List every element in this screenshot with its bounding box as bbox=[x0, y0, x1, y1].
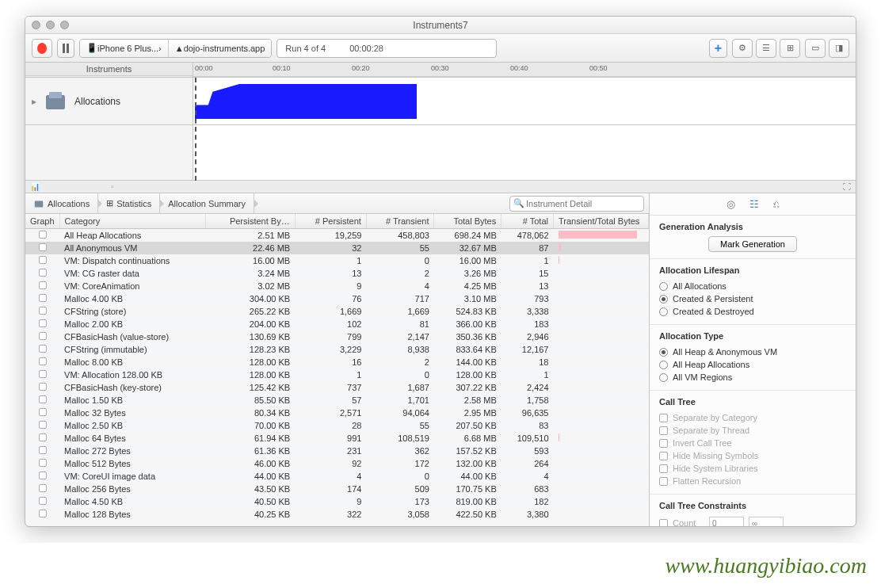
cell-num-persistent: 2,571 bbox=[295, 407, 366, 419]
row-checkbox[interactable] bbox=[39, 446, 47, 454]
timeline-ruler[interactable]: 00:00 00:10 00:20 00:30 00:40 00:50 bbox=[193, 63, 856, 77]
table-row[interactable]: Malloc 256 Bytes 43.50 KB 174 509 170.75… bbox=[25, 483, 649, 495]
row-checkbox[interactable] bbox=[39, 370, 47, 378]
table-row[interactable]: Malloc 512 Bytes 46.00 KB 92 172 132.00 … bbox=[25, 457, 649, 470]
mark-generation-button[interactable]: Mark Generation bbox=[708, 236, 797, 252]
row-checkbox[interactable] bbox=[39, 243, 47, 251]
table-row[interactable]: Malloc 64 Bytes 61.94 KB 991 108,519 6.6… bbox=[25, 432, 649, 445]
row-checkbox[interactable] bbox=[39, 319, 47, 327]
add-instrument-button[interactable]: + bbox=[709, 39, 727, 58]
row-checkbox[interactable] bbox=[39, 433, 47, 441]
radio-option[interactable]: All Heap & Anonymous VM bbox=[659, 346, 846, 358]
row-checkbox[interactable] bbox=[39, 421, 47, 429]
table-row[interactable]: Malloc 32 Bytes 80.34 KB 2,571 94,064 2.… bbox=[25, 407, 649, 419]
table-row[interactable]: Malloc 2.50 KB 70.00 KB 28 55 207.50 KB … bbox=[25, 419, 649, 432]
record-button[interactable] bbox=[32, 39, 52, 58]
panel-right-button[interactable]: ◨ bbox=[829, 39, 849, 58]
allocation-table[interactable]: Graph Category Persistent By… # Persiste… bbox=[25, 214, 649, 526]
constraint-min[interactable] bbox=[709, 517, 744, 526]
row-checkbox[interactable] bbox=[39, 332, 47, 340]
row-checkbox[interactable] bbox=[39, 408, 47, 416]
search-field[interactable]: 🔍 bbox=[509, 196, 644, 212]
row-checkbox[interactable] bbox=[39, 395, 47, 403]
inspector-tab-3[interactable]: ⎌ bbox=[773, 198, 780, 210]
col-num-transient[interactable]: # Transient bbox=[366, 214, 434, 229]
table-row[interactable]: VM: CoreAnimation 3.02 MB 9 4 4.25 MB 13 bbox=[25, 280, 649, 292]
target-selector[interactable]: 📱 iPhone 6 Plus... › ▲ dojo-instruments.… bbox=[79, 39, 272, 58]
row-checkbox[interactable] bbox=[39, 472, 47, 479]
radio-option[interactable]: Created & Destroyed bbox=[659, 305, 846, 318]
row-checkbox[interactable] bbox=[39, 357, 47, 365]
search-input[interactable] bbox=[509, 196, 644, 212]
col-category[interactable]: Category bbox=[59, 214, 205, 229]
table-row[interactable]: All Heap Allocations 2.51 MB 19,259 458,… bbox=[25, 229, 649, 242]
pin-icon[interactable]: ▫ bbox=[111, 182, 114, 191]
disclosure-icon[interactable]: ▸ bbox=[32, 96, 36, 107]
view-grid-button[interactable]: ⊞ bbox=[780, 39, 800, 58]
crumb-view[interactable]: ⊞ Statistics bbox=[98, 193, 160, 213]
row-checkbox[interactable] bbox=[39, 459, 47, 467]
table-row[interactable]: Malloc 8.00 KB 128.00 KB 16 2 144.00 KB … bbox=[25, 356, 649, 368]
row-checkbox[interactable] bbox=[39, 281, 47, 289]
track-label[interactable]: ▸ Allocations bbox=[25, 78, 193, 124]
checkbox-option: Separate by Category bbox=[659, 411, 846, 424]
row-checkbox[interactable] bbox=[39, 510, 47, 517]
col-bar[interactable]: Transient/Total Bytes bbox=[554, 214, 649, 229]
table-row[interactable]: CFString (immutable) 128.23 KB 3,229 8,9… bbox=[25, 343, 649, 356]
col-num-total[interactable]: # Total bbox=[502, 214, 554, 229]
col-num-persistent[interactable]: # Persistent bbox=[295, 214, 366, 229]
table-row[interactable]: All Anonymous VM 22.46 MB 32 55 32.67 MB… bbox=[25, 242, 649, 254]
graph-mode-icon[interactable]: 📊 bbox=[30, 182, 40, 191]
radio-label: All VM Regions bbox=[673, 372, 732, 382]
table-row[interactable]: Malloc 4.50 KB 40.50 KB 9 173 819.00 KB … bbox=[25, 495, 649, 508]
zoom-icon[interactable] bbox=[60, 21, 69, 29]
radio-option[interactable]: All Allocations bbox=[659, 280, 846, 292]
inspector-tab-2[interactable]: ☷ bbox=[749, 198, 759, 210]
view-list-button[interactable]: ☰ bbox=[756, 39, 776, 58]
expand-icon[interactable]: ⛶ bbox=[843, 182, 851, 191]
table-row[interactable]: VM: Allocation 128.00 KB 128.00 KB 1 0 1… bbox=[25, 368, 649, 381]
table-row[interactable]: VM: CoreUI image data 44.00 KB 4 0 44.00… bbox=[25, 470, 649, 483]
row-checkbox[interactable] bbox=[39, 294, 47, 302]
table-row[interactable]: CFBasicHash (value-store) 130.69 KB 799 … bbox=[25, 330, 649, 343]
inspector-tab-1[interactable]: ◎ bbox=[727, 198, 735, 210]
row-checkbox[interactable] bbox=[39, 269, 47, 277]
row-checkbox[interactable] bbox=[39, 484, 47, 492]
close-icon[interactable] bbox=[32, 21, 40, 29]
table-row[interactable]: Malloc 2.00 KB 204.00 KB 102 81 366.00 K… bbox=[25, 318, 649, 330]
table-row[interactable]: Malloc 272 Bytes 61.36 KB 231 362 157.52… bbox=[25, 445, 649, 457]
cell-num-persistent: 57 bbox=[295, 394, 366, 407]
table-row[interactable]: CFBasicHash (key-store) 125.42 KB 737 1,… bbox=[25, 381, 649, 394]
row-checkbox[interactable] bbox=[39, 231, 47, 239]
col-total-bytes[interactable]: Total Bytes bbox=[434, 214, 502, 229]
panel-left-button[interactable]: ▭ bbox=[805, 39, 826, 58]
col-graph[interactable]: Graph bbox=[25, 214, 59, 229]
row-checkbox[interactable] bbox=[39, 345, 47, 353]
playhead[interactable] bbox=[195, 78, 196, 181]
row-checkbox[interactable] bbox=[39, 497, 47, 505]
pause-button[interactable] bbox=[57, 39, 74, 58]
app-segment[interactable]: ▲ dojo-instruments.app bbox=[169, 40, 272, 57]
radio-option[interactable]: All VM Regions bbox=[659, 371, 846, 384]
table-row[interactable]: VM: Dispatch continuations 16.00 MB 1 0 … bbox=[25, 254, 649, 267]
table-row[interactable]: Malloc 128 Bytes 40.25 KB 322 3,058 422.… bbox=[25, 508, 649, 521]
radio-option[interactable]: Created & Persistent bbox=[659, 292, 846, 305]
allocations-track[interactable]: ▸ Allocations bbox=[25, 78, 856, 125]
table-row[interactable]: Malloc 4.00 KB 304.00 KB 76 717 3.10 MB … bbox=[25, 292, 649, 305]
radio-option[interactable]: All Heap Allocations bbox=[659, 358, 846, 371]
table-row[interactable]: Malloc 1.50 KB 85.50 KB 57 1,701 2.58 MB… bbox=[25, 394, 649, 407]
crumb-sub[interactable]: Allocation Summary bbox=[160, 193, 254, 213]
constraint-max[interactable] bbox=[749, 517, 784, 526]
table-row[interactable]: VM: CG raster data 3.24 MB 13 2 3.26 MB … bbox=[25, 267, 649, 280]
device-segment[interactable]: 📱 iPhone 6 Plus... › bbox=[80, 40, 169, 57]
table-row[interactable]: CFString (store) 265.22 KB 1,669 1,669 5… bbox=[25, 305, 649, 318]
row-checkbox[interactable] bbox=[39, 256, 47, 264]
strategy-button[interactable]: ⚙ bbox=[732, 39, 753, 58]
cell-num-transient: 172 bbox=[366, 457, 434, 470]
row-checkbox[interactable] bbox=[39, 383, 47, 391]
row-checkbox[interactable] bbox=[39, 307, 47, 315]
track-graph[interactable] bbox=[193, 78, 856, 124]
col-persistent-bytes[interactable]: Persistent By… bbox=[205, 214, 295, 229]
crumb-root[interactable]: Allocations bbox=[25, 193, 98, 213]
minimize-icon[interactable] bbox=[46, 21, 55, 29]
